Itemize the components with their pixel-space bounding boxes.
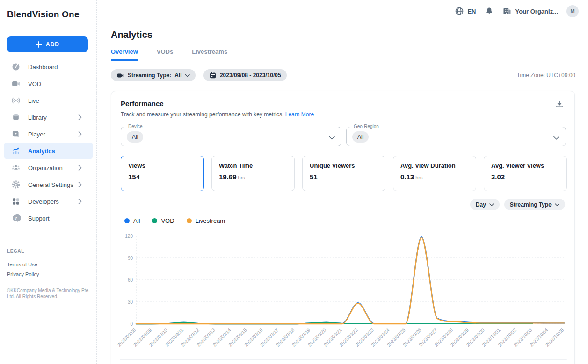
sidebar-item-developers[interactable]: Developers bbox=[4, 193, 93, 210]
granularity-dropdown-value: Day bbox=[476, 201, 486, 208]
date-range-filter-chip[interactable]: 2023/09/08 - 2023/10/05 bbox=[203, 69, 287, 81]
tab-vods[interactable]: VODs bbox=[157, 48, 173, 61]
plus-icon bbox=[36, 41, 42, 48]
timezone-label: Time Zone: UTC+09:00 bbox=[517, 72, 575, 79]
legend-item-vod[interactable]: VOD bbox=[152, 217, 174, 224]
metric-label: Views bbox=[128, 162, 196, 169]
streaming-type-filter-chip[interactable]: Streaming Type: All bbox=[111, 69, 196, 81]
sidebar-item-label: General Settings bbox=[28, 181, 73, 188]
sidebar-item-vod[interactable]: VOD bbox=[4, 75, 93, 92]
learn-more-link[interactable]: Learn More bbox=[285, 111, 314, 118]
svg-text:30: 30 bbox=[128, 300, 133, 305]
terms-of-use-link[interactable]: Terms of Use bbox=[7, 262, 91, 267]
chevron-down-icon bbox=[553, 133, 559, 142]
privacy-policy-link[interactable]: Privacy Policy bbox=[7, 271, 91, 277]
legend-label: All bbox=[133, 217, 140, 224]
geo-region-select[interactable]: Geo-Region All bbox=[346, 127, 566, 146]
sidebar-menu: DashboardVODLiveLibraryPlayerAnalyticsOr… bbox=[0, 58, 97, 227]
copyright-text: ©KKCompany Media & Technology Pte. Ltd. … bbox=[7, 287, 91, 300]
add-button[interactable]: ADD bbox=[7, 36, 88, 52]
metric-card-unique-viewers[interactable]: Unique Viewers51 bbox=[302, 156, 385, 191]
metric-unit: hrs bbox=[415, 175, 422, 180]
metric-value-number: 19.69 bbox=[219, 173, 237, 181]
chart-controls: Day Streaming Type bbox=[470, 199, 565, 210]
sidebar-item-dashboard[interactable]: Dashboard bbox=[4, 58, 93, 75]
metric-value-number: 3.02 bbox=[491, 173, 505, 181]
chevron-right-icon bbox=[78, 165, 82, 171]
svg-text:?: ? bbox=[15, 216, 17, 221]
sidebar-item-analytics[interactable]: Analytics bbox=[4, 143, 93, 159]
metric-value: 51 bbox=[310, 173, 378, 181]
sidebar-item-label: Support bbox=[28, 215, 50, 222]
metric-label: Avg. Viewer Views bbox=[491, 162, 559, 169]
main-content: Analytics OverviewVODsLivestreams Stream… bbox=[97, 0, 588, 364]
metric-value-number: 51 bbox=[310, 173, 318, 181]
svg-text:0: 0 bbox=[130, 321, 133, 327]
metric-card-views[interactable]: Views154 bbox=[121, 156, 204, 191]
metric-value: 154 bbox=[128, 173, 196, 181]
filter-row: Streaming Type: All 2023/09/08 - 2023/10… bbox=[111, 69, 575, 81]
legend-item-livestream[interactable]: Livestream bbox=[187, 217, 225, 224]
svg-text:60: 60 bbox=[128, 278, 133, 283]
series-line-all bbox=[136, 237, 564, 324]
performance-description: Track and measure your streaming perform… bbox=[121, 111, 314, 118]
svg-text:120: 120 bbox=[125, 234, 133, 239]
sidebar-item-label: Developers bbox=[28, 198, 59, 205]
sidebar-item-label: Library bbox=[28, 114, 47, 121]
legend-item-all[interactable]: All bbox=[124, 217, 140, 224]
breakdown-dropdown[interactable]: Streaming Type bbox=[504, 199, 565, 210]
download-icon[interactable] bbox=[555, 100, 564, 111]
performance-card: Performance Track and measure your strea… bbox=[111, 91, 575, 364]
performance-title: Performance bbox=[121, 100, 164, 107]
sidebar-item-support[interactable]: ?Support bbox=[4, 210, 93, 227]
live-icon bbox=[11, 96, 21, 105]
geo-region-select-value: All bbox=[352, 131, 369, 143]
legend-label: VOD bbox=[161, 217, 174, 224]
tab-bar: OverviewVODsLivestreams bbox=[111, 48, 246, 61]
sidebar-item-live[interactable]: Live bbox=[4, 92, 93, 109]
metric-label: Watch Time bbox=[219, 162, 287, 169]
svg-text:90: 90 bbox=[128, 256, 133, 261]
device-select[interactable]: Device All bbox=[121, 127, 341, 146]
metric-unit: hrs bbox=[238, 175, 245, 180]
chevron-down-icon bbox=[185, 74, 190, 77]
player-icon bbox=[11, 129, 21, 139]
section-divider bbox=[120, 359, 567, 360]
metric-card-watch-time[interactable]: Watch Time19.69hrs bbox=[211, 156, 295, 191]
metric-card-avg-view-duration[interactable]: Avg. View Duration0.13hrs bbox=[393, 156, 476, 191]
streaming-type-label: Streaming Type: bbox=[128, 72, 171, 79]
metric-value-number: 0.13 bbox=[400, 173, 414, 181]
sidebar-item-label: VOD bbox=[28, 80, 41, 87]
performance-description-text: Track and measure your streaming perform… bbox=[121, 111, 283, 118]
vod-icon bbox=[11, 79, 21, 88]
sidebar-item-general-settings[interactable]: General Settings bbox=[4, 176, 93, 193]
series-line-livestream bbox=[136, 237, 564, 324]
chevron-down-icon bbox=[329, 133, 335, 142]
metric-card-avg-viewer-views[interactable]: Avg. Viewer Views3.02 bbox=[484, 156, 567, 191]
metric-value-number: 154 bbox=[128, 173, 140, 181]
legal-heading: LEGAL bbox=[7, 249, 91, 254]
streaming-type-value: All bbox=[174, 72, 181, 79]
metric-label: Unique Viewers bbox=[310, 162, 378, 169]
sidebar-item-library[interactable]: Library bbox=[4, 109, 93, 126]
tab-livestreams[interactable]: Livestreams bbox=[192, 48, 227, 61]
support-icon: ? bbox=[11, 214, 21, 223]
geo-region-select-label: Geo-Region bbox=[351, 124, 381, 129]
dashboard-icon bbox=[11, 62, 21, 71]
device-select-label: Device bbox=[126, 124, 145, 129]
chevron-down-icon bbox=[555, 203, 559, 206]
metric-value: 3.02 bbox=[491, 173, 559, 181]
page-title: Analytics bbox=[111, 29, 152, 40]
sidebar-item-label: Analytics bbox=[28, 148, 55, 155]
video-camera-icon bbox=[116, 71, 124, 79]
chevron-right-icon bbox=[78, 114, 82, 120]
chevron-right-icon bbox=[78, 182, 82, 187]
legend-dot bbox=[152, 218, 157, 223]
sidebar-item-organization[interactable]: Organization bbox=[4, 159, 93, 176]
organization-icon bbox=[11, 163, 21, 172]
sidebar-item-player[interactable]: Player bbox=[4, 126, 93, 143]
chevron-right-icon bbox=[78, 199, 82, 204]
granularity-dropdown[interactable]: Day bbox=[470, 199, 500, 210]
tab-overview[interactable]: Overview bbox=[111, 48, 138, 61]
library-icon bbox=[11, 113, 21, 122]
